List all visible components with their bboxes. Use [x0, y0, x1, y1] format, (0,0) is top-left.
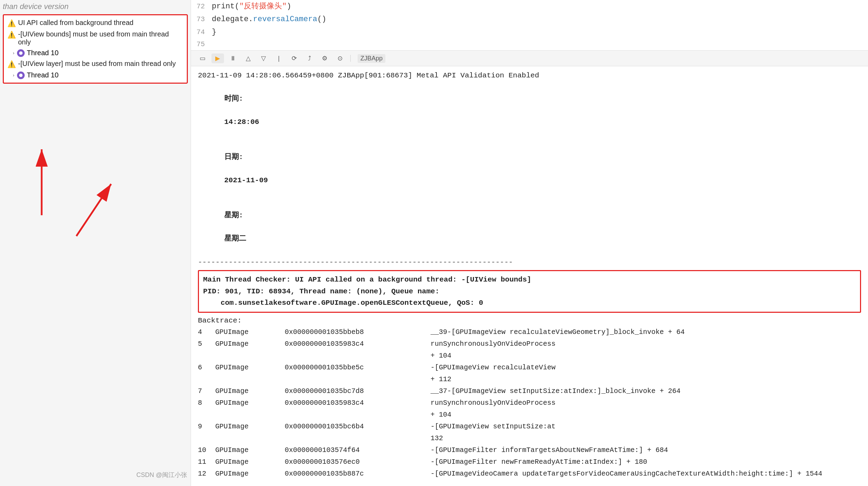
backtrace-label: Backtrace:: [198, 315, 861, 327]
code-line-73: 73 delegate.reversalCamera(): [191, 13, 868, 26]
bt-lib-4: GPUImage: [215, 326, 285, 338]
bt-addr-8b: [285, 409, 431, 421]
bt-num-4: 4: [198, 326, 215, 338]
thread-label-2: Thread 10: [27, 71, 58, 79]
code-line-72: 72 print("反转摄像头"): [191, 0, 868, 13]
top-text: than device version: [0, 0, 191, 12]
console-time-line: 时间: 14:28:06: [198, 82, 861, 140]
chevron-right-icon-2: ›: [13, 73, 14, 78]
console-header: 2021-11-09 14:28:06.566459+0800 ZJBApp[9…: [198, 70, 861, 82]
bt-addr-9b: [285, 433, 431, 444]
bt-desc-11: -[GPUImageFilter newFrameReadyAtTime:atI…: [431, 456, 647, 468]
bt-desc-5b: + 104: [431, 350, 451, 362]
bt-desc-8b: + 104: [431, 409, 451, 421]
date-label: 日期:: [224, 153, 243, 161]
line-num-74: 74: [191, 27, 212, 37]
toolbar-rect-btn[interactable]: ▭: [196, 53, 209, 63]
console-weekday-line: 星期: 星期二: [198, 198, 861, 257]
bt-addr-6: 0x000000001035bbe5c: [285, 362, 431, 374]
code-area: 72 print("反转摄像头") 73 delegate.reversalCa…: [191, 0, 868, 50]
bt-desc-6: -[GPUImageView recalculateView: [431, 362, 556, 374]
toolbar-play-btn[interactable]: ▶: [211, 53, 224, 63]
line-num-72: 72: [191, 1, 212, 12]
bt-lib-12: GPUImage: [215, 468, 285, 480]
code-content-72: print("反转摄像头"): [212, 1, 291, 12]
thread-label-1: Thread 10: [27, 49, 58, 57]
bt-lib-9: GPUImage: [215, 421, 285, 433]
bt-line-6b: + 112: [198, 374, 861, 385]
bt-addr-11: 0x0000000103576ec0: [285, 456, 431, 468]
bt-num-8: 8: [198, 397, 215, 409]
warning-icon-1: ⚠️: [7, 19, 16, 27]
thread-row-1[interactable]: › Thread 10: [7, 48, 184, 58]
toolbar-gear-btn[interactable]: ⚙: [318, 53, 331, 63]
bt-num-12: 12: [198, 468, 215, 480]
bt-lib-8: GPUImage: [215, 397, 285, 409]
bt-line-9b: 132: [198, 433, 861, 444]
code-string-72: "反转摄像头": [239, 2, 286, 11]
toolbar-app-label: ZJBApp: [358, 54, 385, 63]
bt-num-7: 7: [198, 385, 215, 397]
bt-line-5: 5 GPUImage 0x000000001035983c4 runSynchr…: [198, 338, 861, 350]
bt-num-9b: [198, 433, 215, 444]
bt-line-10: 10 GPUImage 0x0000000103574f64 -[GPUImag…: [198, 444, 861, 456]
bt-line-8: 8 GPUImage 0x000000001035983c4 runSynchr…: [198, 397, 861, 409]
bt-addr-8: 0x000000001035983c4: [285, 397, 431, 409]
toolbar-pause-btn[interactable]: ⏸: [227, 53, 239, 63]
bt-lib-9b: [215, 433, 285, 444]
toolbar: ▭ ▶ ⏸ △ ▽ | ⟳ ⤴ ⚙ ⊙ ZJBApp: [191, 50, 868, 66]
bt-desc-4: __39-[GPUImageView recalculateViewGeomet…: [431, 326, 685, 338]
thread-icon-1: [17, 49, 25, 57]
code-content-73: delegate.reversalCamera(): [212, 14, 326, 25]
left-panel: than device version ⚠️ UI API called fro…: [0, 0, 191, 486]
bt-addr-10: 0x0000000103574f64: [285, 444, 431, 456]
code-line-75: 75: [191, 39, 868, 50]
warning-item-2: ⚠️ -[UIView bounds] must be used from ma…: [7, 29, 184, 48]
thread-icon-2: [17, 72, 25, 79]
thread-row-2[interactable]: › Thread 10: [7, 70, 184, 81]
bt-num-10: 10: [198, 444, 215, 456]
bt-desc-6b: + 112: [431, 374, 451, 385]
line-num-75: 75: [191, 39, 212, 50]
time-value: [224, 107, 229, 115]
code-method-73: reversalCamera: [253, 15, 317, 24]
weekday-value: 星期二: [224, 235, 246, 243]
toolbar-line-btn[interactable]: |: [273, 53, 285, 63]
bt-addr-5b: [285, 350, 431, 362]
warning-icon-3: ⚠️: [7, 60, 16, 68]
bt-line-6: 6 GPUImage 0x000000001035bbe5c -[GPUImag…: [198, 362, 861, 374]
warning-item-1: ⚠️ UI API called from background thread: [7, 17, 184, 29]
time-label: 时间:: [224, 95, 243, 103]
error-line-1: Main Thread Checker: UI API called on a …: [203, 274, 856, 286]
bt-desc-12: -[GPUImageVideoCamera updateTargetsForVi…: [431, 468, 822, 480]
code-indent-73: delegate.: [212, 15, 253, 24]
toolbar-down-btn[interactable]: ▽: [257, 53, 270, 63]
toolbar-share-btn[interactable]: ⤴: [303, 53, 316, 63]
warning-text-2: -[UIView bounds] must be used from main …: [18, 30, 183, 46]
bt-lib-7: GPUImage: [215, 385, 285, 397]
bt-desc-5: runSynchronouslyOnVideoProcess: [431, 338, 556, 350]
code-parens-73: (): [317, 15, 326, 24]
bt-line-4: 4 GPUImage 0x000000001035bbeb8 __39-[GPU…: [198, 326, 861, 338]
bt-num-11: 11: [198, 456, 215, 468]
weekday-label: 星期:: [224, 211, 243, 219]
console-separator: ----------------------------------------…: [198, 257, 861, 268]
error-line-3: com.sunsetlakesoftware.GPUImage.openGLES…: [203, 297, 856, 309]
bt-desc-7: __37-[GPUImageView setInputSize:atIndex:…: [431, 385, 681, 397]
code-print-before: print(: [212, 2, 239, 11]
chevron-right-icon: ›: [13, 50, 14, 56]
warning-icon-2: ⚠️: [7, 31, 16, 39]
toolbar-loop-btn[interactable]: ⟳: [288, 53, 300, 63]
bt-lib-6: GPUImage: [215, 362, 285, 374]
bt-addr-4: 0x000000001035bbeb8: [285, 326, 431, 338]
bt-desc-9b: 132: [431, 433, 443, 444]
toolbar-camera-btn[interactable]: ⊙: [334, 53, 346, 63]
warning-text-1: UI API called from background thread: [18, 19, 133, 27]
toolbar-up-btn[interactable]: △: [242, 53, 254, 63]
bt-line-12: 12 GPUImage 0x000000001035b887c -[GPUIma…: [198, 468, 861, 480]
bt-line-7: 7 GPUImage 0x000000001035bc7d8 __37-[GPU…: [198, 385, 861, 397]
bt-line-9: 9 GPUImage 0x000000001035bc6b4 -[GPUImag…: [198, 421, 861, 433]
bt-num-5: 5: [198, 338, 215, 350]
bt-lib-10: GPUImage: [215, 444, 285, 456]
bt-desc-8: runSynchronouslyOnVideoProcess: [431, 397, 556, 409]
